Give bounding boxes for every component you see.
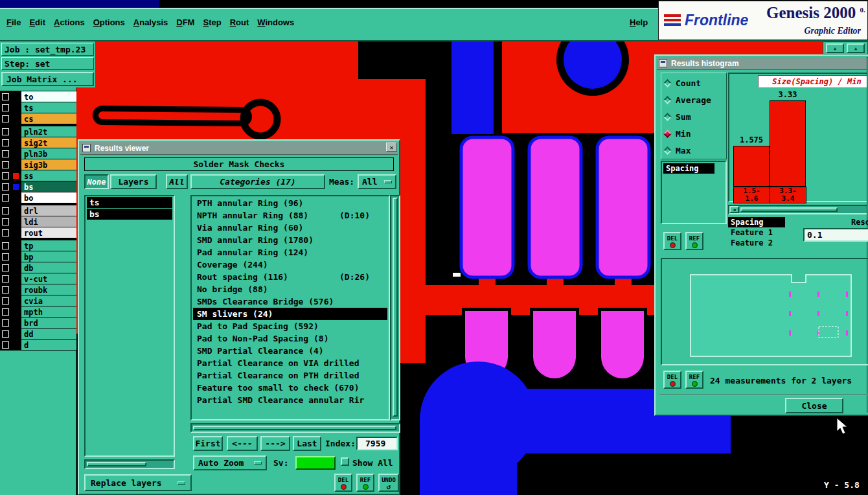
replace-layers-dropdown[interactable]: Replace layers: [84, 474, 192, 491]
category-item[interactable]: Pad to Pad Spacing (592): [193, 320, 387, 332]
category-item[interactable]: PTH annular Ring (96): [193, 197, 387, 209]
layer-name[interactable]: ts: [21, 102, 76, 113]
category-item[interactable]: Coverage (244): [193, 259, 387, 271]
menu-item[interactable]: Options: [93, 17, 125, 27]
category-item[interactable]: NPTH annular Ring (88) (D:10): [193, 209, 387, 222]
series-list[interactable]: Spacing: [661, 161, 727, 224]
category-item[interactable]: SMDs Clearance Bridge (576): [193, 295, 387, 308]
measure-item[interactable]: Feature 2: [728, 238, 785, 248]
chart-horizontal-scrollbar[interactable]: ◄: [728, 205, 868, 214]
layer-name[interactable]: db: [21, 262, 76, 273]
layer-row[interactable]: roubk: [0, 284, 76, 295]
layer-row[interactable]: db: [0, 262, 76, 273]
board-preview[interactable]: [661, 258, 868, 365]
menu-item[interactable]: DFM: [176, 17, 194, 27]
filter-none-button[interactable]: None: [84, 174, 109, 189]
layer-row[interactable]: sig2t: [0, 137, 76, 148]
series-item[interactable]: Spacing: [663, 163, 714, 174]
layer-visibility-checkbox[interactable]: [0, 192, 11, 203]
layer-visibility-checkbox[interactable]: [0, 126, 11, 137]
window-shade-button[interactable]: ▲: [826, 43, 844, 53]
layer-name[interactable]: pln3b: [21, 148, 76, 159]
menu-item[interactable]: Windows: [257, 17, 294, 27]
layer-name[interactable]: mpth: [21, 306, 76, 317]
filter-all-button[interactable]: All: [166, 174, 188, 189]
category-item[interactable]: No bridge (88): [193, 283, 387, 295]
category-item[interactable]: Pad annular Ring (124): [193, 246, 387, 259]
layer-row[interactable]: pln2t: [0, 126, 76, 137]
menu-item[interactable]: Actions: [54, 17, 85, 27]
layer-visibility-checkbox[interactable]: [0, 240, 11, 251]
layer-visibility-checkbox[interactable]: [0, 205, 11, 216]
layer-name[interactable]: tp: [21, 240, 76, 251]
menu-item[interactable]: Analysis: [133, 17, 168, 27]
desktop-titlebar-fragment[interactable]: [0, 0, 159, 8]
scrollbar-thumb[interactable]: [87, 462, 146, 466]
scrollbar-thumb[interactable]: [193, 426, 396, 430]
layer-name[interactable]: rout: [21, 227, 76, 238]
layer-row[interactable]: tp: [0, 240, 76, 251]
layer-row[interactable]: to: [0, 91, 76, 102]
layer-visibility-checkbox[interactable]: [0, 227, 11, 238]
category-item[interactable]: Partial Clearance on VIA drilled: [193, 357, 387, 369]
results-histogram-titlebar[interactable]: Results histogram: [657, 57, 868, 70]
layer-row[interactable]: v-cut: [0, 273, 76, 284]
delete-result-button[interactable]: DEL: [334, 474, 352, 492]
auto-zoom-dropdown[interactable]: Auto Zoom: [193, 455, 267, 470]
layer-row[interactable]: rout: [0, 227, 76, 238]
layer-name[interactable]: roubk: [21, 284, 76, 295]
measure-item[interactable]: Spacing: [728, 217, 785, 227]
layer-visibility-checkbox[interactable]: [0, 113, 11, 124]
layer-name[interactable]: v-cut: [21, 273, 76, 284]
categories-horizontal-scrollbar[interactable]: [190, 423, 400, 433]
layer-name[interactable]: cs: [21, 113, 76, 124]
histogram-bar[interactable]: [733, 146, 770, 187]
category-item[interactable]: Partial Clearance on PTH drilled: [193, 369, 387, 382]
stat-toggle[interactable]: Max: [661, 142, 726, 159]
scrollbar-thumb[interactable]: [740, 207, 838, 212]
layer-visibility-checkbox[interactable]: [0, 328, 11, 340]
menu-item[interactable]: Edit: [29, 17, 45, 27]
reference-result-button[interactable]: REF: [685, 371, 703, 389]
layer-name[interactable]: cvia: [21, 295, 76, 306]
resolution-input[interactable]: 0.1: [803, 228, 868, 242]
checked-layer-item[interactable]: bs: [87, 209, 172, 220]
layer-visibility-checkbox[interactable]: [0, 159, 11, 170]
layer-row[interactable]: cvia: [0, 295, 76, 306]
undo-button[interactable]: UNDO ↺: [378, 474, 399, 492]
category-item[interactable]: SMD Partial Clearance (4): [193, 345, 387, 357]
layer-name[interactable]: bp: [21, 251, 76, 262]
menu-item[interactable]: File: [6, 17, 21, 27]
stat-toggle[interactable]: Count: [661, 75, 726, 91]
layer-visibility-checkbox[interactable]: [0, 273, 11, 284]
filter-layers-button[interactable]: Layers: [110, 174, 157, 189]
measure-item[interactable]: Feature 1: [728, 227, 785, 238]
layer-name[interactable]: sig2t: [21, 137, 76, 148]
layer-visibility-checkbox[interactable]: [0, 148, 11, 159]
layer-row[interactable]: ss: [0, 170, 76, 181]
layers-horizontal-scrollbar[interactable]: [84, 459, 175, 469]
layer-visibility-checkbox[interactable]: [0, 284, 11, 295]
category-item[interactable]: SM slivers (24): [193, 308, 387, 320]
layer-row[interactable]: d: [0, 340, 76, 351]
layer-name[interactable]: to: [21, 91, 76, 102]
index-input[interactable]: 7959: [356, 437, 398, 450]
last-result-button[interactable]: Last: [293, 436, 321, 451]
layer-row[interactable]: sig3b: [0, 159, 76, 170]
layer-row[interactable]: dd: [0, 328, 76, 340]
category-item[interactable]: SMD annular Ring (1780): [193, 234, 387, 246]
layer-name[interactable]: dd: [21, 328, 76, 340]
layer-name[interactable]: sig3b: [21, 159, 76, 170]
categories-vertical-scrollbar[interactable]: [390, 195, 400, 420]
window-menu-icon[interactable]: [659, 59, 667, 67]
histogram-bar[interactable]: [770, 100, 806, 187]
show-all-checkbox[interactable]: [341, 457, 349, 466]
delete-result-button[interactable]: DEL: [663, 371, 681, 389]
layer-visibility-checkbox[interactable]: [0, 91, 11, 102]
layer-name[interactable]: ldi: [21, 216, 76, 227]
layer-name[interactable]: pln2t: [21, 126, 76, 137]
layer-visibility-checkbox[interactable]: [0, 317, 11, 328]
delete-result-button[interactable]: DEL: [663, 232, 681, 250]
job-matrix-button[interactable]: Job Matrix ...: [1, 72, 94, 86]
layer-visibility-checkbox[interactable]: [0, 181, 11, 192]
